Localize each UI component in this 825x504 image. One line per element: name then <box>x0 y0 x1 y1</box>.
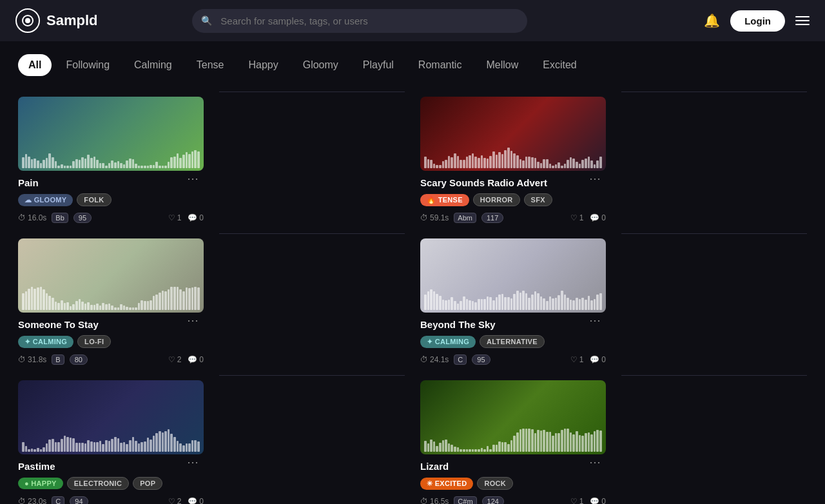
card-thumbnail[interactable] <box>420 238 606 313</box>
category-button-romantic[interactable]: Romantic <box>408 54 472 76</box>
bpm-badge: 95 <box>73 213 92 223</box>
category-button-mellow[interactable]: Mellow <box>476 54 529 76</box>
more-options-button[interactable]: ⋯ <box>589 173 601 184</box>
more-options-button[interactable]: ⋯ <box>589 456 601 468</box>
tag-icon: ● <box>24 480 29 487</box>
more-options-button[interactable]: ⋯ <box>187 315 199 326</box>
waveform <box>18 145 204 171</box>
comment-icon: 💬 <box>188 497 197 504</box>
more-options-button[interactable]: ⋯ <box>187 456 199 468</box>
tag-happy[interactable]: ● HAPPY <box>18 478 63 489</box>
category-button-calming[interactable]: Calming <box>124 54 182 76</box>
card-meta: ⏱ 31.8s B 80 ♡ 2 💬 0 <box>18 354 204 365</box>
tag-icon: ☁ <box>24 196 32 204</box>
card-beyond: ⋯ Beyond The Sky ✦ CALMINGALTERNATIVE ⏱ … <box>412 231 614 373</box>
card-title: Pastime <box>18 461 204 472</box>
bpm-badge: 117 <box>481 213 503 223</box>
tag-lo-fi[interactable]: LO-FI <box>77 335 111 348</box>
card-someone: ⋯ Someone To Stay ✦ CALMINGLO-FI ⏱ 31.8s… <box>10 231 211 373</box>
like-action[interactable]: ♡ 2 <box>168 355 182 364</box>
search-input[interactable] <box>192 9 527 33</box>
tag-calming[interactable]: ✦ CALMING <box>420 336 476 348</box>
clock-icon: ⏱ <box>18 213 26 222</box>
category-button-happy[interactable]: Happy <box>238 54 288 76</box>
like-action[interactable]: ♡ 1 <box>168 213 182 222</box>
card-thumbnail[interactable] <box>18 238 204 313</box>
comment-count: 0 <box>601 355 606 364</box>
tag-tense[interactable]: 🔥 TENSE <box>420 194 469 206</box>
comment-action[interactable]: 💬 0 <box>590 497 606 504</box>
login-button[interactable]: Login <box>730 10 785 32</box>
card-divider <box>621 233 807 373</box>
waveform <box>18 429 204 454</box>
like-action[interactable]: ♡ 2 <box>168 497 182 504</box>
card-tags: 🔥 TENSEHORRORSFX <box>420 193 606 206</box>
bpm-badge: 124 <box>482 496 504 504</box>
tag-alternative[interactable]: ALTERNATIVE <box>480 335 545 348</box>
bpm-badge: 95 <box>472 354 490 365</box>
card-actions: ♡ 1 💬 0 <box>570 213 606 222</box>
more-options-button[interactable]: ⋯ <box>589 315 601 326</box>
tag-rock[interactable]: ROCK <box>477 477 513 490</box>
notification-bell-button[interactable]: 🔔 <box>704 13 720 28</box>
category-button-excited[interactable]: Excited <box>532 54 587 76</box>
tag-horror[interactable]: HORROR <box>473 193 520 206</box>
tag-gloomy[interactable]: ☁ GLOOMY <box>18 194 73 206</box>
category-button-following[interactable]: Following <box>55 54 120 76</box>
card-meta-left: ⏱ 24.1s C 95 <box>420 354 490 365</box>
card-tags: ● HAPPYELECTRONICPOP <box>18 477 204 490</box>
duration-value: 31.8s <box>28 355 46 364</box>
card-actions: ♡ 1 💬 0 <box>570 355 606 364</box>
logo: Sampld <box>15 8 97 33</box>
search-bar <box>192 9 527 33</box>
heart-icon: ♡ <box>168 213 175 222</box>
tag-pop[interactable]: POP <box>133 477 162 490</box>
tag-electronic[interactable]: ELECTRONIC <box>67 477 130 490</box>
like-action[interactable]: ♡ 1 <box>570 355 584 364</box>
comment-icon: 💬 <box>590 497 599 504</box>
card-divider <box>219 375 405 504</box>
duration-value: 16.0s <box>28 213 46 222</box>
duration-value: 23.0s <box>28 497 46 504</box>
comment-count: 0 <box>601 213 606 222</box>
bpm-badge: 94 <box>70 496 88 504</box>
card-meta-left: ⏱ 31.8s B 80 <box>18 354 88 365</box>
tag-folk[interactable]: FOLK <box>77 193 111 206</box>
card-thumbnail[interactable] <box>420 380 606 454</box>
card-thumbnail[interactable] <box>18 97 204 171</box>
category-button-all[interactable]: All <box>18 54 52 76</box>
like-action[interactable]: ♡ 1 <box>570 213 584 222</box>
card-title: Beyond The Sky <box>420 319 606 330</box>
card-thumbnail[interactable] <box>18 380 204 454</box>
comment-action[interactable]: 💬 0 <box>188 497 204 504</box>
card-pastime: ⋯ Pastime ● HAPPYELECTRONICPOP ⏱ 23.0s C… <box>10 373 211 504</box>
category-button-gloomy[interactable]: Gloomy <box>293 54 349 76</box>
key-badge: C#m <box>454 496 476 504</box>
hamburger-menu-button[interactable] <box>795 16 810 25</box>
card-thumbnail[interactable] <box>420 97 606 171</box>
category-button-playful[interactable]: Playful <box>353 54 404 76</box>
clock-icon: ⏱ <box>18 355 26 364</box>
card-actions: ♡ 1 💬 0 <box>570 497 606 504</box>
comment-count: 0 <box>199 497 204 504</box>
tag-sfx[interactable]: SFX <box>524 193 552 206</box>
heart-icon: ♡ <box>570 213 578 222</box>
card-grid: ⋯ Pain ☁ GLOOMYFOLK ⏱ 16.0s Bb 95 ♡ 1 <box>0 89 825 504</box>
card-lizard: ⋯ Lizard ✳ EXCITEDROCK ⏱ 16.5s C#m 124 ♡ <box>412 373 614 504</box>
category-button-tense[interactable]: Tense <box>186 54 235 76</box>
card-actions: ♡ 1 💬 0 <box>168 213 204 222</box>
like-action[interactable]: ♡ 1 <box>570 497 584 504</box>
duration-badge: ⏱ 23.0s <box>18 497 46 504</box>
more-options-button[interactable]: ⋯ <box>187 173 199 184</box>
tag-calming[interactable]: ✦ CALMING <box>18 336 73 348</box>
card-title: Scary Sounds Radio Advert <box>420 177 606 188</box>
comment-action[interactable]: 💬 0 <box>590 355 606 364</box>
key-badge: Bb <box>52 213 68 223</box>
comment-action[interactable]: 💬 0 <box>188 355 204 364</box>
tag-excited[interactable]: ✳ EXCITED <box>420 478 473 490</box>
card-tags: ✳ EXCITEDROCK <box>420 477 606 490</box>
comment-action[interactable]: 💬 0 <box>590 213 606 222</box>
key-badge: Abm <box>454 213 476 223</box>
comment-action[interactable]: 💬 0 <box>188 213 204 222</box>
comment-icon: 💬 <box>188 213 197 222</box>
